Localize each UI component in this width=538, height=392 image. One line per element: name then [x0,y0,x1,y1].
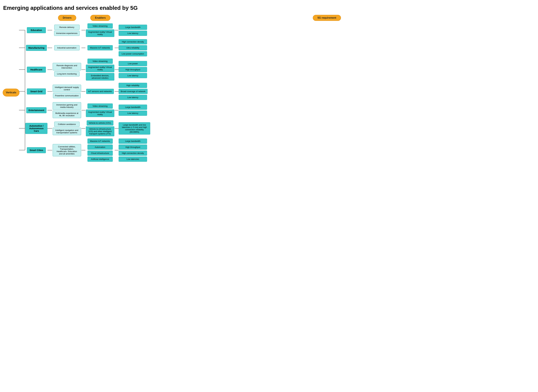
chart-area: Verticals EducationRemote deliveryImmers… [3,23,535,162]
enabler-box: IoT sensors and networks [86,89,114,94]
req-box: Low latencies [119,157,147,162]
vertical-box: Education [27,27,46,33]
vertical-box: Manufacturing [26,45,47,51]
reqs-group: Large bandwidthLow latency [119,25,535,36]
vertical-box: Healthcare [27,67,46,73]
vertical-box: Automotive / Autonomous Cars [25,123,48,134]
rows-container: EducationRemote deliveryImmersive experi… [25,23,535,162]
drivers-group: Remote diagnosis and interventionLong te… [52,63,81,76]
enabler-box: Vehicle-to-infrastructure (V2I) and othe… [86,126,114,136]
reqs-group: Large bandwidthHigh throughputHigh conne… [119,139,535,162]
req-box: Low latency [119,73,147,78]
enabler-box: Augmented reality/ Virtual reality [86,65,114,72]
enablers-group: Massive IoT networksAutomationCloud infr… [86,139,115,162]
enablers-group: Vehicle-to-vehicle (V2V),Vehicle-to-infr… [86,120,115,136]
req-box: Large bandwidth [119,139,147,144]
reqs-group: High connection densityUltra reliability… [119,39,535,56]
verticals-label: Verticals [3,89,19,97]
enabler-box: Massive IoT networks [87,45,113,50]
enablers-header: Enablers [90,15,110,21]
driver-box: Intelligent demand/ supply control [53,85,81,92]
req-box: Low power [119,61,147,66]
driver-box: Intelligent navigation and transportatio… [53,128,81,135]
req-box: Low power consumption [119,51,147,56]
enablers-group: Video streamingAugmented reality/ Virtua… [86,59,115,80]
req-box: High throughput [119,145,147,150]
req-box: Low latency [119,31,147,36]
req-header: 5G requirement [313,15,341,21]
diagram-row: Smart CitiesConnected utilities, Transpo… [25,139,535,162]
enabler-box: Video streaming [87,23,113,28]
driver-box: Long term monitoring [54,71,80,76]
driver-box: Remote delivery [54,25,80,30]
enabler-box: Automation [87,145,113,150]
driver-box: Collision avoidance [54,122,80,127]
bracket-col [19,23,25,162]
bracket-svg [19,23,25,162]
drivers-group: Collision avoidanceIntelligent navigatio… [52,122,81,135]
req-box: Low latency [119,111,147,116]
driver-box: Immersive gaming and media industry [53,102,81,110]
enabler-box: Augmented reality/ Virtual reality [86,109,114,117]
verticals-col: Verticals [3,23,19,162]
enablers-group: Massive IoT networks [86,45,115,50]
enabler-box: Embedded devices, advanced robotics [86,73,114,80]
enabler-box: Video streaming [87,103,113,109]
drivers-header: Drivers [58,15,76,21]
req-box: High reliability [119,83,147,88]
driver-box: Remote diagnosis and intervention [53,63,81,70]
drivers-group: Connected utilities, Transportation, Hea… [52,144,81,156]
vertical-box: Smart Grid [27,89,46,94]
reqs-group: High reliabilityBroad coverage of networ… [119,83,535,100]
diagram: Drivers Enablers 5G requirement Vertical… [3,15,535,162]
req-box: Large bandwidth [119,105,147,110]
enablers-group: IoT sensors and networks [86,89,115,94]
diagram-row: ManufacturingIndustrial automationMassiv… [25,39,535,56]
req-box: Ultra reliability [119,45,147,50]
enabler-box: Video streaming [87,59,113,64]
enabler-box: Artificial intelligence [87,157,113,162]
vertical-box: Entertainment [26,107,47,113]
enabler-box: Massive IoT networks [87,139,113,144]
drivers-group: Industrial automation [52,45,81,50]
enabler-box: Vehicle-to-vehicle (V2V), [87,120,114,126]
req-box: High throughput [119,67,147,72]
driver-box: Connected utilities, Transportation, Hea… [53,144,81,156]
drivers-group: Remote deliveryImmersive experiences [52,25,81,36]
diagram-row: Smart GridIntelligent demand/ supply con… [25,83,535,100]
req-box: Large bandwidth and low latencies (< 5 m… [119,122,150,135]
drivers-group: Intelligent demand/ supply controlPowerl… [52,85,81,98]
drivers-group: Immersive gaming and media industryMulti… [52,102,81,118]
reqs-group: Large bandwidth and low latencies (< 5 m… [119,122,535,135]
req-box: High connection density [119,150,147,156]
reqs-group: Low powerHigh throughputLow latency [119,61,535,78]
diagram-row: HealthcareRemote diagnosis and intervent… [25,59,535,80]
enablers-group: Video streamingAugmented reality/ Virtua… [86,23,115,37]
reqs-group: Large bandwidthLow latency [119,105,535,116]
driver-box: Industrial automation [54,45,80,50]
driver-box: Immersive experiences [54,31,80,36]
req-box: Low latency [119,95,147,100]
diagram-row: EntertainmentImmersive gaming and media … [25,102,535,118]
enabler-box: Cloud infrastructure [87,150,113,156]
driver-box: Multimedia experience at 4k, 8K resoluti… [53,111,81,118]
enablers-group: Video streamingAugmented reality/ Virtua… [86,103,115,117]
driver-box: Powerline communication [53,93,81,98]
enabler-box: Augmented reality/ Virtual reality [86,29,114,37]
req-box: Broad coverage of network [119,89,148,94]
page-title: Emerging applications and services enabl… [3,5,535,11]
vertical-box: Smart Cities [27,147,46,153]
req-box: Large bandwidth [119,25,147,30]
diagram-row: EducationRemote deliveryImmersive experi… [25,23,535,37]
req-box: High connection density [119,39,147,44]
diagram-row: Automotive / Autonomous CarsCollision av… [25,120,535,136]
